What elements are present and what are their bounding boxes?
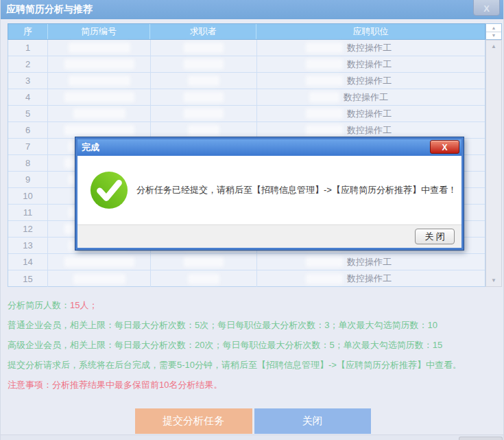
job-seeker-redacted: [151, 270, 257, 287]
warning-note: 注意事项：分析推荐结果中最多保留前10名分析结果。: [8, 379, 461, 391]
applied-position-cell: 数控操作工: [257, 89, 485, 105]
header-spinner: ▲ ▼: [485, 23, 502, 40]
modal-title: 完成: [82, 142, 99, 152]
table-row[interactable]: 1 数控操作工: [8, 40, 485, 56]
table-row[interactable]: 5 数控操作工: [8, 106, 485, 122]
premium-member-limit: 高级企业会员，相关上限：每日最大分析次数：20次；每日每职位最大分析次数：5；单…: [8, 339, 461, 351]
job-seeker-redacted: [151, 89, 257, 105]
redacted-block: [184, 108, 224, 119]
redacted-block: [306, 108, 343, 119]
spin-up-icon[interactable]: ▲: [486, 24, 501, 32]
spin-down-icon[interactable]: ▼: [486, 32, 501, 40]
job-seeker-redacted: [151, 106, 257, 121]
applied-position-cell: 数控操作工: [257, 122, 485, 138]
position-label: 数控操作工: [347, 42, 392, 54]
resume-count-label: 分析简历人数：: [8, 300, 70, 310]
resume-count-line: 分析简历人数：15人；: [8, 299, 461, 311]
header-job-seeker: 求职者: [150, 24, 256, 39]
row-index: 12: [8, 221, 48, 237]
resume-id-redacted: [48, 254, 151, 270]
row-index: 7: [8, 139, 48, 154]
window-title: 应聘简历分析与推荐: [1, 0, 93, 19]
applied-position-cell: 数控操作工: [257, 73, 485, 89]
success-check-icon: [89, 170, 129, 210]
redacted-block: [306, 43, 343, 53]
redacted-block: [64, 92, 134, 102]
redacted-block: [64, 59, 134, 69]
window-titlebar: 应聘简历分析与推荐: [1, 0, 504, 19]
resume-id-redacted: [48, 56, 151, 72]
table-row[interactable]: 15 数控操作工: [8, 270, 485, 287]
process-note: 提交分析请求后，系统将在后台完成，需要5-10分钟，请稍后至【招聘信息管理】->…: [8, 359, 461, 371]
row-index: 3: [8, 73, 48, 89]
position-label: 数控操作工: [344, 91, 388, 104]
redacted-block: [64, 125, 134, 135]
resume-id-redacted: [48, 73, 151, 89]
modal-titlebar: 完成 X: [77, 139, 461, 156]
applied-position-cell: 数控操作工: [257, 254, 485, 270]
redacted-block: [188, 76, 219, 86]
resume-id-redacted: [48, 270, 151, 287]
table-row[interactable]: 2 数控操作工: [8, 56, 485, 73]
redacted-block: [184, 43, 224, 53]
position-label: 数控操作工: [347, 108, 392, 120]
redacted-block: [188, 125, 219, 135]
submit-analysis-button[interactable]: 提交分析任务: [135, 408, 252, 434]
redacted-block: [306, 257, 343, 267]
scroll-up-icon[interactable]: ▲: [486, 43, 501, 49]
applied-position-cell: 数控操作工: [257, 40, 485, 56]
job-seeker-redacted: [151, 254, 257, 270]
row-index: 13: [8, 238, 48, 253]
redacted-block: [306, 274, 343, 284]
redacted-block: [309, 92, 339, 102]
action-bar: 提交分析任务 关闭: [1, 408, 504, 434]
table-header: 序 简历编号 求职者 应聘职位: [8, 23, 485, 40]
resume-analysis-dialog: 应聘简历分析与推荐 X 序 简历编号 求职者 应聘职位 ▲ ▼ 1 数控操作工: [0, 0, 504, 440]
partial-hidden-button: [459, 437, 503, 440]
row-index: 15: [8, 270, 48, 287]
table-row[interactable]: 3 数控操作工: [8, 73, 485, 89]
bottom-strip: [1, 435, 504, 440]
scroll-down-icon[interactable]: ▼: [486, 277, 501, 283]
row-index: 10: [8, 188, 48, 204]
redacted-block: [184, 92, 224, 102]
position-label: 数控操作工: [347, 256, 392, 268]
position-label: 数控操作工: [347, 75, 392, 87]
job-seeker-redacted: [151, 56, 257, 72]
normal-member-limit: 普通企业会员，相关上限：每日最大分析次数：5次；每日每职位最大分析次数：3；单次…: [8, 319, 461, 331]
position-label: 数控操作工: [347, 273, 392, 285]
header-position: 应聘职位: [256, 24, 485, 39]
close-icon: X: [442, 143, 447, 152]
modal-close-footer-button[interactable]: 关 闭: [415, 229, 455, 244]
redacted-block: [306, 76, 343, 86]
applied-position-cell: 数控操作工: [257, 106, 485, 121]
row-index: 2: [8, 56, 48, 72]
redacted-block: [73, 274, 125, 284]
window-close-button[interactable]: X: [473, 0, 500, 16]
close-button[interactable]: 关闭: [254, 408, 371, 434]
row-index: 9: [8, 172, 48, 187]
redacted-block: [184, 59, 224, 69]
job-seeker-redacted: [151, 122, 257, 138]
row-index: 8: [8, 155, 48, 171]
resume-count-value: 15人；: [70, 300, 97, 310]
job-seeker-redacted: [151, 73, 257, 89]
redacted-block: [73, 108, 125, 119]
applied-position-cell: 数控操作工: [257, 56, 485, 72]
table-scrollbar[interactable]: ▲ ▼: [485, 40, 502, 287]
redacted-block: [188, 274, 219, 284]
completion-dialog: 完成 X 分析任务已经提交，请稍后至【招聘信息管理】->【应聘简历分析推荐】中查…: [75, 137, 464, 251]
close-icon: X: [483, 3, 490, 14]
table-row[interactable]: 14 数控操作工: [8, 254, 485, 270]
analysis-info: 分析简历人数：15人； 普通企业会员，相关上限：每日最大分析次数：5次；每日每职…: [8, 299, 461, 399]
modal-close-button[interactable]: X: [430, 140, 459, 154]
resume-id-redacted: [48, 89, 151, 105]
row-index: 1: [8, 40, 48, 56]
job-seeker-redacted: [151, 40, 257, 56]
modal-body: 分析任务已经提交，请稍后至【招聘信息管理】->【应聘简历分析推荐】中查看！: [77, 156, 461, 224]
redacted-block: [184, 257, 224, 267]
position-label: 数控操作工: [347, 58, 392, 71]
table-row[interactable]: 4 数控操作工: [8, 89, 485, 106]
resume-id-redacted: [48, 40, 151, 56]
redacted-block: [69, 76, 130, 86]
